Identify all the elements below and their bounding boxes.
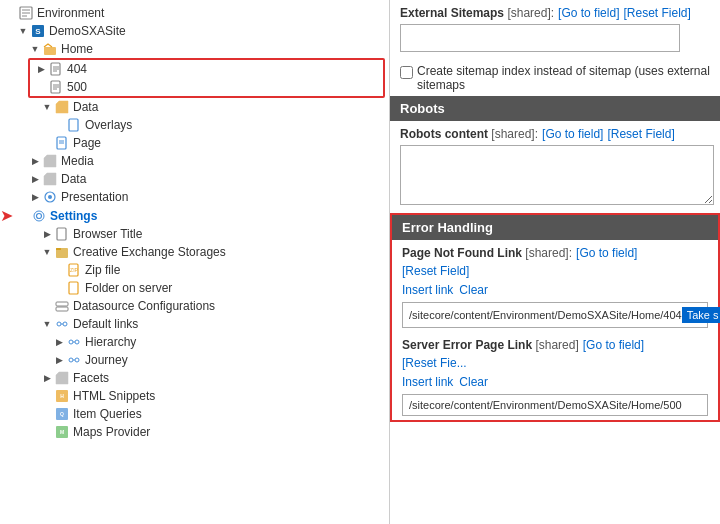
expand-btn-browser-title[interactable]: ▶ xyxy=(40,227,54,241)
robots-content-textarea[interactable] xyxy=(400,145,714,205)
page-not-found-go-to-field[interactable]: [Go to field] xyxy=(576,246,637,260)
tree-item-settings[interactable]: ▶ Settings xyxy=(15,207,97,225)
zip-icon: ZIP xyxy=(66,262,82,278)
server-error-label: Server Error Page Link [shared] xyxy=(402,338,579,352)
external-sitemaps-input-area xyxy=(390,22,720,60)
tree-item-facets[interactable]: ▶ Facets xyxy=(0,369,389,387)
tree-item-maps-provider[interactable]: ▶ M Maps Provider xyxy=(0,423,389,441)
expand-btn-demosxasite[interactable]: ▼ xyxy=(16,24,30,38)
expand-btn-data[interactable]: ▶ xyxy=(28,172,42,186)
tree-item-home[interactable]: ▼ Home xyxy=(0,40,389,58)
tree-label-facets: Facets xyxy=(73,371,109,385)
svg-point-35 xyxy=(75,340,79,344)
links-icon-hierarchy xyxy=(66,334,82,350)
folder-icon-data-home xyxy=(54,99,70,115)
tree-item-journey[interactable]: ▶ Journey xyxy=(0,351,389,369)
tree-item-datasource-config[interactable]: ▶ Datasource Configurations xyxy=(0,297,389,315)
tree-label-item-queries: Item Queries xyxy=(73,407,142,421)
external-sitemaps-label: External Sitemaps [shared]: xyxy=(400,6,554,20)
tree-label-media: Media xyxy=(61,154,94,168)
page-icon-page xyxy=(54,135,70,151)
tree-label-html-snippets: HTML Snippets xyxy=(73,389,155,403)
tree-item-hierarchy[interactable]: ▶ Hierarchy xyxy=(0,333,389,351)
tree-item-creative-exchange[interactable]: ▼ Creative Exchange Storages xyxy=(0,243,389,261)
server-error-reset-field[interactable]: [Reset Fie... xyxy=(402,356,467,370)
tree-item-html-snippets[interactable]: ▶ H HTML Snippets xyxy=(0,387,389,405)
svg-rect-6 xyxy=(44,47,56,55)
page-not-found-row: Page Not Found Link [shared]: [Go to fie… xyxy=(392,240,718,280)
clear-link-500[interactable]: Clear xyxy=(459,375,488,389)
robots-reset-field[interactable]: [Reset Field] xyxy=(607,127,674,141)
create-sitemap-checkbox[interactable] xyxy=(400,66,413,79)
path-text-500: /sitecore/content/Environment/DemoSXASit… xyxy=(409,399,682,411)
expand-btn-data-home[interactable]: ▼ xyxy=(40,100,54,114)
tree-item-demosxasite[interactable]: ▼ S DemoSXASite xyxy=(0,22,389,40)
expand-btn-facets[interactable]: ▶ xyxy=(40,371,54,385)
html-icon: H xyxy=(54,388,70,404)
tree-item-default-links[interactable]: ▼ Default links xyxy=(0,315,389,333)
svg-rect-29 xyxy=(56,302,68,306)
page-icon-browser-title xyxy=(54,226,70,242)
page-icon-500 xyxy=(48,79,64,95)
tree-item-folder-on-server[interactable]: ▶ Folder on server xyxy=(0,279,389,297)
expand-btn-creative-exchange[interactable]: ▼ xyxy=(40,245,54,259)
insert-link-404[interactable]: Insert link xyxy=(402,283,453,297)
map-icon: M xyxy=(54,424,70,440)
tree-label-overlays: Overlays xyxy=(85,118,132,132)
page-not-found-reset-field[interactable]: [Reset Field] xyxy=(402,264,469,278)
folder-icon-presentation xyxy=(42,189,58,205)
take-s-button-404[interactable]: Take s xyxy=(682,307,720,323)
create-sitemap-checkbox-label: Create sitemap index instead of sitemap … xyxy=(417,64,710,92)
tree-label-folder-on-server: Folder on server xyxy=(85,281,172,295)
expand-btn-journey[interactable]: ▶ xyxy=(52,353,66,367)
path-box-500: /sitecore/content/Environment/DemoSXASit… xyxy=(402,394,708,416)
expand-btn-home[interactable]: ▼ xyxy=(28,42,42,56)
tree-item-item-queries[interactable]: ▶ Q Item Queries xyxy=(0,405,389,423)
svg-point-22 xyxy=(34,211,44,221)
svg-text:S: S xyxy=(35,27,41,36)
insert-link-500[interactable]: Insert link xyxy=(402,375,453,389)
svg-point-38 xyxy=(75,358,79,362)
right-panel: External Sitemaps [shared]: [Go to field… xyxy=(390,0,720,524)
external-sitemaps-go-to-field[interactable]: [Go to field] xyxy=(558,6,619,20)
settings-arrow: ➤ xyxy=(0,206,13,225)
tree-item-zip-file[interactable]: ▶ ZIP Zip file xyxy=(0,261,389,279)
tree-label-journey: Journey xyxy=(85,353,128,367)
expand-btn-presentation[interactable]: ▶ xyxy=(28,190,42,204)
robots-go-to-field[interactable]: [Go to field] xyxy=(542,127,603,141)
page-icon-404 xyxy=(48,61,64,77)
tree-item-page[interactable]: ▶ Page xyxy=(0,134,389,152)
expand-btn-404[interactable]: ▶ xyxy=(34,62,48,76)
tree-label-hierarchy: Hierarchy xyxy=(85,335,136,349)
expand-btn-media[interactable]: ▶ xyxy=(28,154,42,168)
tree-item-browser-title[interactable]: ▶ Browser Title xyxy=(0,225,389,243)
tree-item-presentation[interactable]: ▶ Presentation xyxy=(0,188,389,206)
tree-label-demosxasite: DemoSXASite xyxy=(49,24,126,38)
site-icon-demosxasite: S xyxy=(30,23,46,39)
server-error-go-to-field[interactable]: [Go to field] xyxy=(583,338,644,352)
insert-clear-row-404: Insert link Clear xyxy=(392,280,718,300)
tree-item-overlays[interactable]: ▶ Overlays xyxy=(0,116,389,134)
external-sitemaps-reset-field[interactable]: [Reset Field] xyxy=(623,6,690,20)
tree-label-datasource-config: Datasource Configurations xyxy=(73,299,215,313)
tree-label-environment: Environment xyxy=(37,6,104,20)
page-icon-environment xyxy=(18,5,34,21)
tree-item-404[interactable]: ▶ 404 xyxy=(30,60,383,78)
tree-label-page: Page xyxy=(73,136,101,150)
clear-link-404[interactable]: Clear xyxy=(459,283,488,297)
expand-btn-hierarchy[interactable]: ▶ xyxy=(52,335,66,349)
tree-item-data[interactable]: ▶ Data xyxy=(0,170,389,188)
tree-panel: ▶ Environment ▼ S DemoSXASite ▼ Home ▶ 4… xyxy=(0,0,390,524)
tree-item-500[interactable]: ▶ 500 xyxy=(30,78,383,96)
tree-label-zip-file: Zip file xyxy=(85,263,120,277)
expand-btn-default-links[interactable]: ▼ xyxy=(40,317,54,331)
svg-text:ZIP: ZIP xyxy=(70,267,78,273)
query-icon: Q xyxy=(54,406,70,422)
svg-text:H: H xyxy=(60,393,64,399)
svg-point-31 xyxy=(57,322,61,326)
external-sitemaps-input[interactable] xyxy=(400,24,680,52)
tree-item-environment[interactable]: ▶ Environment xyxy=(0,4,389,22)
tree-item-data-home[interactable]: ▼ Data xyxy=(0,98,389,116)
settings-icon xyxy=(31,208,47,224)
tree-item-media[interactable]: ▶ Media xyxy=(0,152,389,170)
